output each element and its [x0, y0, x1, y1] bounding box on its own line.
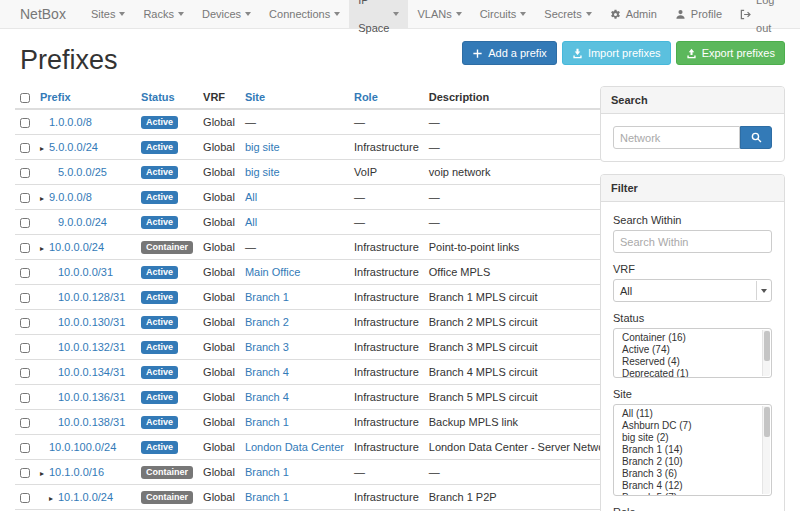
nav-item-connections[interactable]: Connections [260, 0, 349, 28]
row-checkbox[interactable] [20, 493, 30, 503]
vrf-select[interactable]: All [613, 279, 772, 302]
prefix-link[interactable]: 9.0.0.0/8 [49, 191, 92, 203]
sidebar: Search Filter Search Within VRF [600, 86, 785, 511]
column-header-status[interactable]: Status [136, 86, 198, 109]
prefix-link[interactable]: 10.0.0.132/31 [58, 341, 125, 353]
row-checkbox[interactable] [20, 218, 30, 228]
export-prefixes-button[interactable]: Export prefixes [676, 41, 785, 65]
status-badge: Active [141, 116, 178, 129]
nav-item-secrets[interactable]: Secrets [535, 0, 600, 28]
site-link[interactable]: All [245, 216, 257, 228]
prefix-link[interactable]: 5.0.0.0/24 [49, 141, 98, 153]
listbox-option[interactable]: Reserved (4) [614, 356, 771, 368]
search-icon [751, 132, 762, 143]
row-checkbox[interactable] [20, 143, 30, 153]
listbox-option[interactable]: Branch 1 (14) [614, 444, 771, 456]
nav-item-admin[interactable]: Admin [601, 0, 666, 28]
listbox-option[interactable]: Ashburn DC (7) [614, 420, 771, 432]
site-link[interactable]: big site [245, 141, 280, 153]
row-checkbox[interactable] [20, 293, 30, 303]
prefix-link[interactable]: 10.0.100.0/24 [49, 441, 116, 453]
status-cell: Active [136, 335, 198, 360]
listbox-option[interactable]: Deprecated (1) [614, 368, 771, 378]
site-link[interactable]: big site [245, 166, 280, 178]
row-checkbox[interactable] [20, 243, 30, 253]
site-link[interactable]: Branch 3 [245, 341, 289, 353]
prefix-link[interactable]: 10.0.0.138/31 [58, 416, 125, 428]
nav-item-circuits[interactable]: Circuits [471, 0, 536, 28]
select-all-checkbox[interactable] [20, 93, 30, 103]
row-checkbox[interactable] [20, 468, 30, 478]
site-link[interactable]: All [245, 191, 257, 203]
column-header-prefix[interactable]: Prefix [35, 86, 136, 109]
row-checkbox[interactable] [20, 343, 30, 353]
site-link[interactable]: Branch 4 [245, 366, 289, 378]
nav-item-logout[interactable]: Log out [731, 0, 786, 28]
search-within-input[interactable] [613, 230, 772, 253]
listbox-option[interactable]: Container (16) [614, 332, 771, 344]
prefix-link[interactable]: 10.1.0.0/24 [58, 491, 113, 503]
listbox-option[interactable]: Branch 5 (7) [614, 492, 771, 496]
column-header-role[interactable]: Role [349, 86, 424, 109]
nav-item-devices[interactable]: Devices [193, 0, 260, 28]
add-prefix-button[interactable]: Add a prefix [462, 41, 557, 65]
site-link[interactable]: Branch 1 [245, 491, 289, 503]
import-prefixes-button[interactable]: Import prefixes [562, 41, 671, 65]
site-cell: All [240, 210, 349, 235]
listbox-option[interactable]: Branch 2 (10) [614, 456, 771, 468]
role-cell: Infrastructure [349, 260, 424, 285]
prefix-link[interactable]: 10.0.0.0/24 [49, 241, 104, 253]
site-cell: Branch 1 [240, 485, 349, 510]
site-listbox[interactable]: All (11) Ashburn DC (7) big site (2) Bra… [613, 404, 772, 496]
prefix-link[interactable]: 10.0.0.134/31 [58, 366, 125, 378]
nav-item-sites[interactable]: Sites [82, 0, 134, 28]
row-checkbox[interactable] [20, 118, 30, 128]
description-cell: London Data Center - Server Network [424, 435, 619, 460]
site-link[interactable]: Branch 2 [245, 316, 289, 328]
site-link[interactable]: London Data Center [245, 441, 344, 453]
prefix-link[interactable]: 10.0.0.136/31 [58, 391, 125, 403]
site-link[interactable]: Branch 1 [245, 416, 289, 428]
nav-item-label: Circuits [480, 0, 517, 28]
search-input[interactable] [613, 126, 740, 149]
site-link[interactable]: Branch 1 [245, 291, 289, 303]
search-button[interactable] [740, 126, 772, 149]
prefix-cell: 10.0.0.132/31 [35, 335, 136, 360]
site-link[interactable]: Branch 4 [245, 391, 289, 403]
prefix-link[interactable]: 1.0.0.0/8 [49, 116, 92, 128]
scrollbar[interactable] [762, 330, 770, 376]
site-link[interactable]: Main Office [245, 266, 300, 278]
column-header-site[interactable]: Site [240, 86, 349, 109]
table-row: 10.0.0.138/31 Active Global Branch 1 Inf… [15, 410, 618, 435]
prefix-link[interactable]: 10.0.0.0/31 [58, 266, 113, 278]
listbox-option[interactable]: Branch 3 (6) [614, 468, 771, 480]
prefix-link[interactable]: 10.0.0.128/31 [58, 291, 125, 303]
prefix-link[interactable]: 10.1.0.0/16 [49, 466, 104, 478]
nav-item-ip-space[interactable]: IP Space [349, 0, 408, 28]
prefix-link[interactable]: 9.0.0.0/24 [58, 216, 107, 228]
row-checkbox[interactable] [20, 318, 30, 328]
prefix-link[interactable]: 5.0.0.0/25 [58, 166, 107, 178]
row-checkbox[interactable] [20, 193, 30, 203]
row-checkbox[interactable] [20, 418, 30, 428]
status-listbox[interactable]: Container (16) Active (74) Reserved (4) … [613, 328, 772, 378]
row-checkbox[interactable] [20, 368, 30, 378]
status-badge: Active [141, 166, 178, 179]
brand-logo[interactable]: NetBox [20, 0, 66, 28]
listbox-option[interactable]: Branch 4 (12) [614, 480, 771, 492]
listbox-option[interactable]: big site (2) [614, 432, 771, 444]
nav-item-racks[interactable]: Racks [134, 0, 193, 28]
listbox-option[interactable]: All (11) [614, 408, 771, 420]
prefix-cell: 10.0.0.0/31 [35, 260, 136, 285]
row-checkbox[interactable] [20, 393, 30, 403]
row-checkbox[interactable] [20, 268, 30, 278]
site-link[interactable]: Branch 1 [245, 466, 289, 478]
table-row: 1.0.0.0/8 Active Global — — — [15, 109, 618, 135]
nav-item-vlans[interactable]: VLANs [408, 0, 470, 28]
row-checkbox[interactable] [20, 443, 30, 453]
scrollbar[interactable] [762, 406, 770, 494]
prefix-link[interactable]: 10.0.0.130/31 [58, 316, 125, 328]
nav-item-profile[interactable]: Profile [666, 0, 731, 28]
row-checkbox[interactable] [20, 168, 30, 178]
listbox-option[interactable]: Active (74) [614, 344, 771, 356]
